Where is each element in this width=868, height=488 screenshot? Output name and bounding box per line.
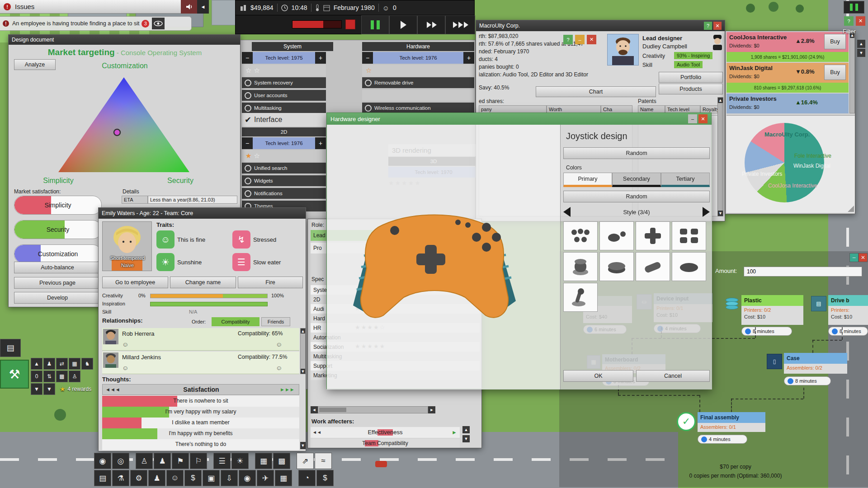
style-option-dots[interactable]: [563, 221, 598, 250]
team-compatibility-row[interactable]: Team Compatibility: [311, 439, 460, 448]
tab-tertiary[interactable]: Tertiary: [661, 173, 710, 187]
tab-primary[interactable]: Primary: [563, 173, 612, 187]
design-doc-titlebar[interactable]: Design document: [9, 35, 240, 45]
speaker-button[interactable]: [181, 0, 197, 14]
toolbar-zones-button[interactable]: ▩: [273, 453, 290, 469]
close-button[interactable]: ✕: [698, 114, 708, 123]
toolbar-deals-button[interactable]: $: [184, 470, 202, 486]
floors-button[interactable]: ▦: [69, 358, 80, 370]
company-scrollbar[interactable]: ▲ ▼: [717, 97, 723, 216]
minimize-button[interactable]: –: [688, 114, 697, 123]
style-option-dome-dot[interactable]: [599, 221, 634, 250]
scroll-down-icon[interactable]: ▼: [857, 49, 865, 57]
toolbar-stats-button[interactable]: ◔: [298, 470, 316, 486]
down-arrow-button[interactable]: ▼: [31, 383, 42, 395]
style-option-cross[interactable]: [636, 221, 670, 250]
elevator-button[interactable]: ⇅: [43, 371, 55, 382]
change-name-button[interactable]: Change name: [170, 277, 236, 288]
view-issue-button[interactable]: [152, 18, 165, 29]
feature-widgets[interactable]: Widgets: [242, 175, 326, 186]
ok-button[interactable]: OK: [563, 370, 633, 382]
rewards-label[interactable]: 4 rewards: [68, 386, 92, 392]
style-prev-icon[interactable]: [563, 207, 571, 217]
order-tab-friends[interactable]: Friends: [261, 317, 290, 326]
stock-card-cooljosa[interactable]: CoolJosa Interactive Dividends: $0 ▲2.8%…: [726, 32, 849, 62]
employee-titlebar[interactable]: Emily Waters - Age: 22 - Team: Core: [99, 208, 306, 219]
market-target-triangle[interactable]: [54, 75, 194, 176]
toolbar-chart-wave-button[interactable]: ≈: [315, 453, 332, 469]
toolbar-mood-button[interactable]: ☺: [166, 470, 184, 486]
toolbar-accounting-button[interactable]: ▦: [275, 470, 292, 486]
style-option-flat-dome[interactable]: [599, 252, 634, 281]
forward-icon[interactable]: ►: [452, 429, 457, 436]
random-color-button[interactable]: Random: [563, 191, 710, 202]
amount-input[interactable]: [744, 267, 862, 277]
toolbar-research-button[interactable]: ⚗: [112, 470, 129, 486]
crowd-button[interactable]: ♞: [81, 358, 93, 370]
minimize-button[interactable]: –: [575, 35, 585, 44]
cancel-button[interactable]: Cancel: [636, 370, 710, 382]
person-button[interactable]: ♙: [69, 371, 80, 382]
feature-notifications[interactable]: Notifications: [242, 188, 326, 199]
style-option-slant[interactable]: [636, 252, 670, 281]
buy-button[interactable]: Buy: [824, 65, 846, 80]
collapse-button[interactable]: ◄: [197, 0, 209, 14]
feature-system-recovery[interactable]: System recovery: [242, 77, 326, 88]
relation-row-rob[interactable]: Rob Herrera Compatibility: 65% ☺ ☺: [102, 328, 299, 351]
help-button[interactable]: ?: [563, 35, 573, 44]
toolbar-shipping-button[interactable]: ⇩: [221, 470, 238, 486]
feature-unified-search[interactable]: Unified search: [242, 163, 326, 174]
fastest-button[interactable]: [445, 15, 475, 34]
close-button[interactable]: ✕: [856, 16, 865, 26]
scroll-right-icon[interactable]: ►: [428, 406, 435, 413]
auto-balance-button[interactable]: Auto-balance: [14, 262, 101, 273]
tech-level-plus[interactable]: +: [315, 137, 326, 149]
effectiveness-row[interactable]: ◄◄ Effectiveness ►: [311, 427, 460, 438]
scroll-down-icon[interactable]: ▼: [301, 369, 305, 374]
toolbar-crowd-button[interactable]: ⚐: [190, 453, 207, 469]
feature-user-accounts[interactable]: User accounts: [242, 90, 326, 101]
scroll-thumb[interactable]: [319, 408, 346, 412]
feature-multitasking[interactable]: Multitasking: [242, 103, 326, 113]
layers-button[interactable]: ▤: [0, 339, 21, 357]
company-titlebar[interactable]: MacroUlty Corp. ? ✕: [476, 20, 725, 31]
close-button[interactable]: ✕: [713, 22, 722, 30]
toolbar-hr-button[interactable]: ♟: [148, 470, 165, 486]
scroll-down-icon[interactable]: ▼: [300, 442, 306, 449]
tech-level-minus[interactable]: −: [242, 137, 253, 149]
scroll-up-icon[interactable]: ▲: [301, 328, 305, 333]
toolbar-city-button[interactable]: ◎: [112, 453, 129, 469]
grid-button[interactable]: ▩: [56, 371, 68, 382]
issues-bar[interactable]: ! Issues: [0, 0, 181, 14]
up-arrow-button[interactable]: ▲: [31, 358, 42, 370]
random-design-button[interactable]: Random: [563, 147, 710, 159]
fast-forward-button[interactable]: [417, 15, 445, 34]
down-arrow-button[interactable]: ▼: [43, 383, 55, 395]
scroll-down-icon[interactable]: ▼: [462, 435, 470, 442]
pause-button[interactable]: [361, 15, 389, 34]
style-option-knob[interactable]: [563, 252, 598, 281]
play-button[interactable]: [389, 15, 417, 34]
tab-secondary[interactable]: Secondary: [612, 173, 661, 187]
toolbar-world-button[interactable]: ◉: [94, 453, 111, 469]
stocks-scrollbar[interactable]: ▲: [849, 32, 855, 113]
style-option-stick[interactable]: [563, 283, 598, 312]
toolbar-internet-button[interactable]: ◉: [239, 470, 256, 486]
scroll-up-icon[interactable]: ▲: [462, 426, 470, 433]
build-tools-button[interactable]: ⚒: [0, 360, 29, 389]
resize-handle[interactable]: [848, 206, 854, 212]
scroll-up-icon[interactable]: ▲: [857, 40, 865, 48]
toolbar-settings-button[interactable]: ⚙: [130, 470, 147, 486]
previous-page-button[interactable]: Previous page: [14, 277, 101, 289]
scroll-up-icon[interactable]: ▲: [718, 98, 723, 103]
style-next-icon[interactable]: [703, 207, 710, 217]
toolbar-chart-up-button[interactable]: ⇗: [297, 453, 314, 469]
style-option-oval[interactable]: [672, 252, 706, 281]
joystick-preview[interactable]: [344, 202, 525, 333]
toolbar-teams-button[interactable]: ⚑: [172, 453, 189, 469]
swap-button[interactable]: ⇄: [56, 358, 68, 370]
develop-button[interactable]: Develop: [14, 292, 101, 304]
portfolio-button[interactable]: Portfolio: [659, 72, 723, 83]
order-tab-compatibility[interactable]: Compatibility: [212, 317, 259, 326]
toolbar-finances-button[interactable]: $: [316, 470, 334, 486]
